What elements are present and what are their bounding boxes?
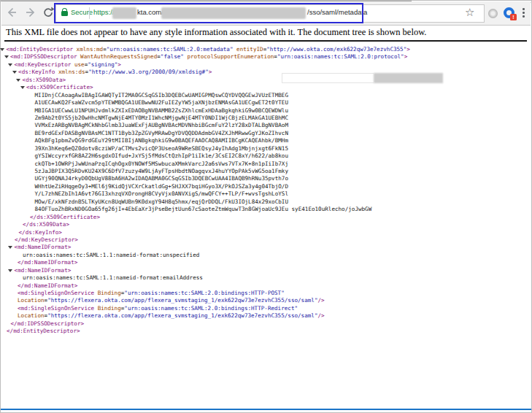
- xml-line: </ds:KeyInfo>: [1, 229, 531, 236]
- xml-line: </md:EntityDescriptor>: [1, 328, 531, 335]
- xml-line: 84OFTuoZhBRxND0GOa65fg26jI+4EbEaXr3jPseB…: [1, 206, 531, 213]
- xml-line: <md:NameIDFormat>: [1, 267, 531, 274]
- browser-window: Secure https:// kta.com/ /sso/saml/metad…: [0, 0, 532, 413]
- notice-divider: [4, 40, 527, 42]
- browser-menu-button[interactable]: [523, 8, 525, 18]
- xml-line: </md:KeyDescriptor>: [1, 236, 531, 244]
- xml-line: MOw/E/xkNFzdnB5LTKyUKcn8UqWUBn9K0dxgY94H…: [1, 198, 531, 206]
- xml-line: Location="https://flexera.okta.com/app/f…: [1, 297, 531, 304]
- xml-line: <ds:KeyInfo xmlns:ds="http://www.w3.org/…: [1, 69, 531, 76]
- collapse-arrow-icon[interactable]: [16, 79, 20, 82]
- xml-line: </md:NameIDFormat>: [1, 282, 531, 290]
- forward-button[interactable]: [23, 7, 38, 21]
- xml-line: urn:oasis:names:tc:SAML:1.1:nameid-forma…: [1, 252, 531, 259]
- xml-line: ckQTb+1OWRPjJwWUnaPzqICqhOgx0YNOWf5MSwbu…: [1, 161, 531, 168]
- collapse-arrow-icon[interactable]: [20, 86, 25, 89]
- xml-line: BE9rdGExFDASBgNVBAsMC1NTT1Byb3ZpZGVyMRAw…: [1, 130, 531, 137]
- xml-line: gYSIWccyrxfGR8AZ2H6sgdxOIfud+JxYSj5fMdsC…: [1, 153, 531, 160]
- xml-line: A1UECAwKQ2FsaWZvcm5pYTEWMBQGA1UEBwwNU2Fu…: [1, 99, 531, 107]
- url-divider: [89, 7, 90, 19]
- url-host: kta.com/: [137, 8, 163, 16]
- xml-line: MBIGA1UECwwLU1NPUHJvdmlkZXIxEDAOBgNVBAMM…: [1, 107, 531, 115]
- back-arrow-icon: [5, 6, 18, 22]
- xml-line: urn:oasis:names:tc:SAML:1.1:nameid-forma…: [1, 274, 531, 282]
- collapse-arrow-icon[interactable]: [12, 71, 17, 74]
- xml-line: <ds:X509Certificate>: [1, 84, 531, 91]
- xml-line: <ds:X509Data>: [1, 77, 531, 84]
- xml-line: VVMxEzARBgNVBAgMCkNhbGlmb3JuaWExFjAUBgNV…: [1, 122, 531, 129]
- xml-line: <md:SingleSignOnService Binding="urn:oas…: [1, 305, 531, 312]
- url-path: /sso/saml/metadata: [307, 8, 367, 16]
- xml-line: MIIDnjCCAoagAwIBAgIGAWQTyIT2MA0GCSqGSIb3…: [1, 92, 531, 99]
- xml-line: UGYj90QNAJ4rkyD0QbUgV88bA6HA2wIDAQABMA0G…: [1, 175, 531, 182]
- xml-line: 5zJaJBPIX3Q5RDvKU24X9C6DfV7zuzy4W9LjAyFT…: [1, 168, 531, 175]
- collapse-arrow-icon[interactable]: [8, 246, 12, 249]
- secure-lock-icon[interactable]: [61, 11, 68, 16]
- xml-line: <md:SingleSignOnService Binding="urn:oas…: [1, 290, 531, 297]
- xml-tree: <md:EntityDescriptor xmlns:md="urn:oasis…: [1, 43, 531, 336]
- collapse-arrow-icon[interactable]: [0, 48, 4, 51]
- collapse-arrow-icon[interactable]: [8, 63, 12, 66]
- refresh-button[interactable]: [41, 7, 55, 21]
- notification-badge: !: [510, 14, 517, 20]
- back-button[interactable]: [4, 7, 19, 21]
- collapse-arrow-icon[interactable]: [4, 55, 9, 58]
- url-redaction-2: [161, 7, 306, 19]
- extension-icon[interactable]: [488, 9, 498, 18]
- xml-line: Zm9Ab2t0YS5jb20wHhcNMTgwNjE4MTY0MzI1WhcN…: [1, 115, 531, 122]
- collapse-arrow-icon[interactable]: [8, 269, 12, 272]
- content-redaction-white: [282, 73, 374, 83]
- bookmark-star-icon[interactable]: ☆: [465, 6, 474, 19]
- xml-line: <md:KeyDescriptor use="signing">: [1, 61, 531, 69]
- xml-style-notice: This XML file does not appear to have an…: [6, 27, 525, 38]
- xml-line: <md:EntityDescriptor xmlns:md="urn:oasis…: [1, 46, 531, 53]
- refresh-icon: [42, 6, 55, 22]
- bottom-annotation-line: [1, 409, 531, 410]
- xml-line: </ds:X509Certificate>: [1, 214, 531, 221]
- xml-line: </ds:X509Data>: [1, 221, 531, 228]
- xml-line: Location="https://flexera.okta.com/app/f…: [1, 312, 531, 320]
- xml-line: Y/L7zhNEZbIh1A6vt76GI3xhzqVXOrongH8CVyVj…: [1, 190, 531, 198]
- xml-line: 39Xn3hKeq6eQZ0dotv8cziWP/aCTMvs2vicQP3Us…: [1, 145, 531, 153]
- url-protocol: https://: [93, 8, 115, 16]
- xml-line: </md:IDPSSODescriptor>: [1, 320, 531, 328]
- browser-toolbar: Secure https:// kta.com/ /sso/saml/metad…: [1, 1, 531, 26]
- content-redaction-blur: [374, 73, 443, 83]
- xml-line: </md:NameIDFormat>: [1, 259, 531, 266]
- xml-line: <md:NameIDFormat>: [1, 244, 531, 251]
- url-redaction-1: [112, 7, 136, 19]
- forward-arrow-icon: [24, 6, 37, 22]
- xml-line: AQkBFg1pbmZvQG9rdGEuY29tMIIBIjANBgkqhkiG…: [1, 137, 531, 144]
- xml-line: WHhtUeZiRHqgeOy3+MEl6j9KidQjVCXrCkatldGg…: [1, 183, 531, 190]
- xml-line: <md:IDPSSODescriptor WantAuthnRequestsSi…: [1, 53, 531, 61]
